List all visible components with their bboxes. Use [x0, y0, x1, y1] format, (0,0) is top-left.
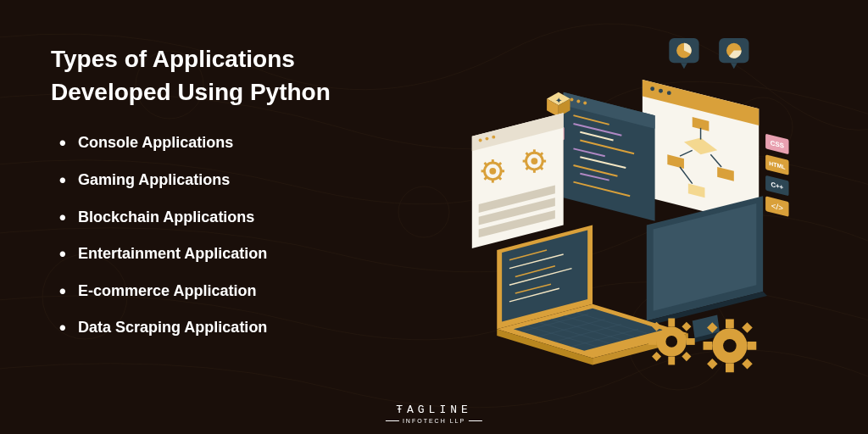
svg-point-35 [570, 98, 574, 102]
code-tag-icon: </> [765, 196, 788, 217]
svg-line-79 [540, 153, 542, 155]
svg-rect-122 [704, 342, 713, 350]
svg-rect-112 [648, 338, 657, 345]
pie-chart-icon [719, 38, 748, 69]
list-item: Gaming Applications [59, 171, 442, 190]
list-item: Console Applications [59, 134, 442, 153]
svg-point-37 [583, 101, 587, 104]
svg-text:✦: ✦ [555, 96, 562, 105]
svg-line-77 [540, 167, 542, 170]
svg-point-128 [723, 339, 737, 353]
svg-point-13 [650, 86, 654, 91]
svg-rect-115 [682, 352, 691, 361]
svg-line-78 [526, 167, 529, 170]
svg-point-61 [489, 168, 496, 175]
svg-point-118 [665, 336, 677, 348]
list-item: Data Scraping Application [59, 319, 442, 337]
svg-marker-9 [731, 63, 737, 69]
title-line-1: Types of Applications [51, 46, 295, 72]
svg-rect-110 [668, 318, 675, 326]
svg-line-69 [498, 163, 501, 165]
code-window [564, 92, 655, 221]
svg-point-57 [479, 139, 482, 142]
svg-line-76 [526, 153, 529, 155]
pie-chart-icon [669, 38, 698, 69]
gear-icon [648, 318, 695, 364]
list-item: Blockchain Applications [59, 209, 442, 227]
svg-point-15 [667, 91, 671, 95]
monitor [647, 196, 767, 345]
text-content: Types of Applications Developed Using Py… [51, 42, 442, 392]
application-list: Console Applications Gaming Applications… [51, 134, 442, 356]
cpp-tag: C++ [765, 175, 788, 197]
list-item: Entertainment Application [59, 245, 442, 264]
brand-logo: ŦAGLINE INFOTECH LLP [386, 403, 482, 424]
logo-subtext: INFOTECH LLP [386, 418, 482, 424]
svg-line-68 [485, 177, 487, 180]
svg-rect-121 [726, 363, 734, 372]
svg-point-59 [492, 136, 495, 139]
computer-illustration: CSS HTML C++ </> [442, 34, 834, 383]
illustration-container: CSS HTML C++ </> [442, 42, 834, 392]
svg-rect-113 [687, 338, 695, 345]
title-line-2: Developed Using Python [51, 79, 331, 105]
svg-point-14 [659, 89, 663, 93]
html-tag: HTML [765, 154, 788, 175]
svg-rect-116 [652, 352, 661, 361]
svg-rect-117 [682, 322, 691, 331]
svg-line-67 [498, 177, 501, 180]
logo-text: ŦAGLINE [386, 403, 482, 416]
svg-line-66 [485, 163, 487, 165]
svg-rect-126 [707, 359, 717, 369]
css-tag: CSS [765, 134, 788, 155]
page-title: Types of Applications Developed Using Py… [51, 42, 442, 108]
list-item: E-commerce Application [59, 282, 442, 301]
svg-point-71 [531, 158, 537, 164]
dashboard-window [472, 113, 564, 248]
svg-point-36 [576, 99, 580, 103]
svg-rect-127 [742, 322, 752, 332]
svg-marker-6 [681, 63, 687, 69]
svg-rect-123 [748, 342, 757, 350]
gear-icon [704, 319, 757, 372]
svg-point-58 [486, 137, 489, 141]
svg-rect-111 [668, 357, 675, 365]
svg-rect-125 [742, 359, 752, 369]
svg-rect-120 [726, 319, 734, 328]
